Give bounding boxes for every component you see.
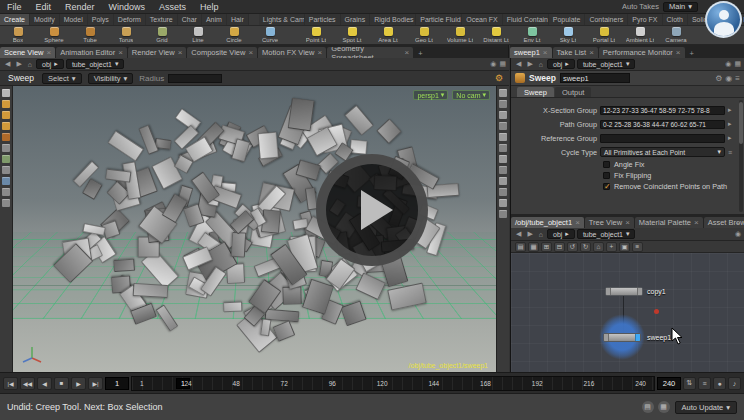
shelf-tab[interactable]: Modify	[30, 14, 60, 25]
current-frame-field[interactable]: 1	[105, 377, 129, 390]
close-icon[interactable]: ×	[46, 48, 51, 57]
menu-item[interactable]: Help	[193, 2, 226, 12]
video-play-overlay[interactable]	[316, 154, 428, 266]
checkbox[interactable]	[603, 172, 610, 179]
shelf-tab[interactable]: Rigid Bodies	[370, 14, 416, 25]
viewport-tool-icon[interactable]	[2, 133, 10, 141]
back-icon[interactable]: ◀	[514, 60, 523, 68]
shelf-tool[interactable]: Spot Lt	[334, 27, 370, 43]
shelf-tab[interactable]: Texture	[146, 14, 178, 25]
network-toolbar-icon[interactable]: ≡	[632, 242, 643, 252]
group-field[interactable]: 0-2 25-28 36-38 44-47 60-62 65-71	[600, 120, 725, 129]
pane-tab[interactable]: Tree View ×	[585, 217, 634, 228]
viewport-tool-icon[interactable]	[2, 177, 10, 185]
viewport-tool-icon[interactable]	[2, 89, 10, 97]
visibility-dropdown[interactable]: Visibility ▾	[88, 73, 134, 84]
shelf-tab[interactable]: Populate	[549, 14, 586, 25]
path-root-chip[interactable]: obj ▸	[547, 229, 575, 239]
shelf-tool[interactable]: Point Lt	[298, 27, 334, 43]
param-header-icon[interactable]: ≡	[735, 74, 740, 83]
pane-tab[interactable]: Scene View ×	[0, 47, 55, 58]
shelf-tab[interactable]: Polys	[88, 14, 114, 25]
shelf-tool[interactable]: Grid	[144, 27, 180, 43]
transport-button[interactable]: ▶	[71, 377, 86, 390]
network-toolbar-icon[interactable]: ▤	[515, 242, 526, 252]
pane-tab[interactable]: /obj/tube_object1 ×	[511, 217, 584, 228]
close-icon[interactable]: ×	[248, 48, 253, 57]
viewport-display-icon[interactable]	[499, 166, 507, 174]
viewport-display-icon[interactable]	[499, 100, 507, 108]
viewport-display-icon[interactable]	[499, 111, 507, 119]
menu-item[interactable]: Edit	[29, 2, 59, 12]
pane-tab[interactable]: Take List ×	[553, 47, 598, 58]
shelf-tab[interactable]: Grains	[341, 14, 371, 25]
network-toolbar-icon[interactable]: ▣	[619, 242, 630, 252]
viewport-tool-icon[interactable]	[2, 188, 10, 196]
shelf-tab[interactable]: Cloth	[663, 14, 688, 25]
layout-icon[interactable]: ▦	[499, 60, 506, 68]
pin-icon[interactable]: ◉	[725, 60, 731, 68]
shelf-tab[interactable]: Ocean FX	[462, 14, 503, 25]
pin-icon[interactable]: ◉	[735, 230, 741, 238]
shelf-tool[interactable]: Area Lt	[370, 27, 406, 43]
close-icon[interactable]: ×	[178, 48, 183, 57]
shelf-tool[interactable]: Line	[180, 27, 216, 43]
path-node-chip[interactable]: tube_object1 ▾	[577, 229, 636, 239]
pane-tab[interactable]: Composite View ×	[187, 47, 257, 58]
group-picker-icon[interactable]: ▸	[728, 134, 734, 142]
network-toolbar-icon[interactable]: ⌂	[593, 242, 604, 252]
menu-item[interactable]: File	[0, 2, 29, 12]
viewport-display-icon[interactable]	[499, 210, 507, 218]
viewport-tool-icon[interactable]	[2, 122, 10, 130]
shelf-tool[interactable]: Geo Lt	[406, 27, 442, 43]
shelf-tool[interactable]: Sphere	[36, 27, 72, 43]
shelf-tool[interactable]: Curve	[252, 27, 288, 43]
viewport-tool-icon[interactable]	[2, 144, 10, 152]
close-icon[interactable]: ×	[404, 48, 409, 57]
viewport-display-icon[interactable]	[499, 122, 507, 130]
pane-tab[interactable]: Geometry Spreadsheet ×	[327, 47, 413, 58]
checkbox[interactable]	[603, 161, 610, 168]
transport-button[interactable]: ◀	[37, 377, 52, 390]
shelf-tab[interactable]: Char	[178, 14, 202, 25]
shelf-tool[interactable]: Circle	[216, 27, 252, 43]
status-icon[interactable]: ▦	[658, 401, 670, 413]
add-pane-tab-icon[interactable]: +	[414, 49, 426, 58]
playbar-option-icon[interactable]: ≡	[698, 377, 711, 390]
path-node-chip[interactable]: tube_object1 ▾	[577, 59, 636, 69]
network-editor[interactable]: copy1 sweep1	[511, 253, 744, 372]
path-node-chip[interactable]: tube_object1 ▾	[66, 59, 125, 69]
pane-tab[interactable]: Material Palette ×	[635, 217, 703, 228]
param-header-icon[interactable]: ◉	[725, 74, 732, 83]
shelf-tool[interactable]: Distant Lt	[478, 27, 514, 43]
viewport-display-icon[interactable]	[499, 133, 507, 141]
node-copy1[interactable]	[605, 287, 643, 296]
close-icon[interactable]: ×	[317, 48, 322, 57]
transport-button[interactable]: |◀	[3, 377, 18, 390]
add-pane-tab-icon[interactable]: +	[732, 219, 744, 228]
gear-icon[interactable]: ⚙	[495, 73, 503, 83]
viewport-tool-icon[interactable]	[2, 199, 10, 207]
viewport-tool-icon[interactable]	[2, 100, 10, 108]
shelf-tab[interactable]: Lights & Cameras	[259, 14, 305, 25]
close-icon[interactable]: ×	[694, 218, 699, 227]
transport-button[interactable]: ◀◀	[20, 377, 35, 390]
shelf-tool[interactable]: Env Lt	[514, 27, 550, 43]
back-icon[interactable]: ◀	[3, 60, 12, 68]
viewport-display-icon[interactable]	[499, 188, 507, 196]
timeline-ruler[interactable]: 1 124487296120144168192216240	[131, 376, 655, 391]
shelf-tool[interactable]: Volume Lt	[442, 27, 478, 43]
back-icon[interactable]: ◀	[514, 230, 523, 238]
network-toolbar-icon[interactable]: ⊟	[554, 242, 565, 252]
home-icon[interactable]: ⌂	[537, 61, 545, 68]
pane-tab[interactable]: Performance Monitor ×	[599, 47, 685, 58]
network-toolbar-icon[interactable]: ↻	[580, 242, 591, 252]
shelf-tool[interactable]: Ambient Lt	[622, 27, 658, 43]
folder-tab[interactable]: Sweep	[517, 87, 554, 97]
shelf-tool[interactable]: Camera	[658, 27, 694, 43]
network-toolbar-icon[interactable]: ↺	[567, 242, 578, 252]
playbar-option-icon[interactable]: ♪	[728, 377, 741, 390]
menu-item[interactable]: Render	[58, 2, 102, 12]
shelf-tool[interactable]: Tube	[72, 27, 108, 43]
home-icon[interactable]: ⌂	[537, 231, 545, 238]
